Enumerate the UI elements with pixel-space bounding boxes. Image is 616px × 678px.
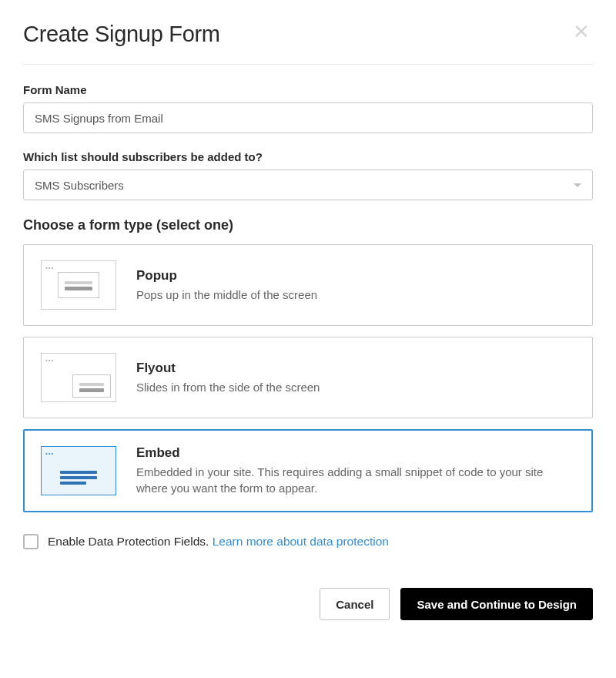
form-type-desc: Slides in from the side of the screen bbox=[136, 379, 575, 395]
close-icon[interactable]: ✕ bbox=[570, 22, 593, 42]
form-type-popup[interactable]: ••• Popup Pops up in the middle of the s… bbox=[23, 244, 593, 326]
form-type-title: Flyout bbox=[136, 361, 575, 376]
form-type-desc: Pops up in the middle of the screen bbox=[136, 287, 575, 303]
chevron-down-icon bbox=[574, 183, 581, 187]
form-name-label: Form Name bbox=[23, 83, 593, 96]
data-protection-checkbox[interactable] bbox=[23, 534, 38, 549]
flyout-thumb-icon: ••• bbox=[41, 353, 116, 402]
form-name-group: Form Name bbox=[23, 83, 593, 133]
embed-thumb-icon: ••• bbox=[41, 446, 116, 495]
list-select-input[interactable]: SMS Subscribers bbox=[23, 170, 593, 200]
cancel-button[interactable]: Cancel bbox=[320, 588, 390, 620]
data-protection-learn-more-link[interactable]: Learn more about data protection bbox=[213, 535, 389, 548]
form-type-embed[interactable]: ••• Embed Embedded in your site. This re… bbox=[23, 429, 593, 512]
form-name-input[interactable] bbox=[23, 102, 593, 133]
data-protection-text: Enable Data Protection Fields. Learn mor… bbox=[48, 535, 389, 549]
data-protection-label: Enable Data Protection Fields. bbox=[48, 535, 209, 548]
form-type-title: Embed bbox=[136, 445, 575, 461]
modal-header: Create Signup Form ✕ bbox=[23, 22, 593, 65]
form-type-heading: Choose a form type (select one) bbox=[23, 217, 593, 233]
form-type-desc: Embedded in your site. This requires add… bbox=[136, 464, 575, 496]
list-select-label: Which list should subscribers be added t… bbox=[23, 150, 593, 163]
popup-thumb-icon: ••• bbox=[41, 260, 116, 310]
data-protection-row: Enable Data Protection Fields. Learn mor… bbox=[23, 534, 593, 549]
save-continue-button[interactable]: Save and Continue to Design bbox=[400, 588, 593, 620]
create-signup-form-modal: Create Signup Form ✕ Form Name Which lis… bbox=[0, 0, 616, 643]
form-type-title: Popup bbox=[136, 268, 575, 284]
list-select-group: Which list should subscribers be added t… bbox=[23, 150, 593, 200]
form-type-flyout[interactable]: ••• Flyout Slides in from the side of th… bbox=[23, 337, 593, 418]
modal-footer: Cancel Save and Continue to Design bbox=[23, 588, 593, 620]
list-select-value: SMS Subscribers bbox=[35, 179, 124, 192]
modal-title: Create Signup Form bbox=[23, 22, 220, 47]
